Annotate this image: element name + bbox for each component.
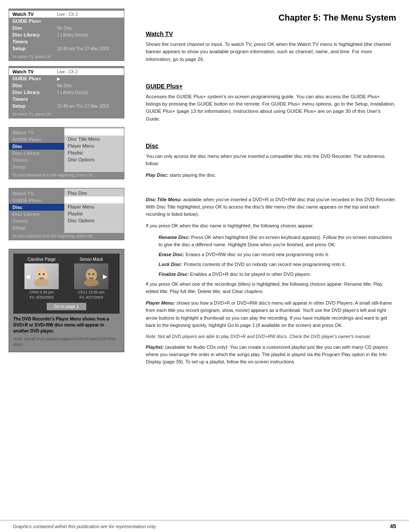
- player-thumb-2: Simon Mack: [74, 257, 108, 299]
- disc-title-label: Disc Title Menu:: [146, 197, 182, 202]
- guide-plus-text: Accesses the GUIDE Plus+ system's on-scr…: [146, 93, 396, 123]
- player-note-text: Note: Not all DVD players are able to pl…: [146, 333, 396, 340]
- finalize-label: Finalize Disc:: [159, 272, 189, 277]
- guide-arrow: ▶: [57, 76, 60, 81]
- menu-value: No Disc: [57, 83, 72, 88]
- lock-para: Lock Disc: Protects contents of the DVD …: [146, 261, 396, 268]
- menu-row-setup-2: Setup 10:49 am Thu 17-Mar 2003: [9, 103, 124, 109]
- right-nav-icon: ▶: [103, 273, 108, 280]
- page-footer: Graphics contained within this publicati…: [0, 520, 409, 532]
- menu-label: GUIDE Plus+: [12, 18, 55, 24]
- svg-point-1: [34, 278, 49, 286]
- person1-name: Caroline Paige: [27, 257, 56, 262]
- menu-row-disclibrary-2: Disc Library 1 Library Disc(s): [9, 89, 124, 96]
- left-arrow-icon: ◀: [68, 130, 71, 134]
- menu-row-guideplus-2: GUIDE Plus+ ▶: [9, 75, 124, 82]
- menu-label: Disc Library: [12, 90, 55, 95]
- menu-label: Disc: [12, 25, 55, 30]
- playlist-para: Playlist: (available for Audio CDs only)…: [146, 344, 396, 366]
- player-note: Note: not all DVD players support DVD+R …: [13, 336, 120, 348]
- player-thumb-1: Caroline Paige: [24, 257, 59, 299]
- menu-row-guideplus-1: GUIDE Plus+: [9, 18, 124, 24]
- erase-label: Erase Disc:: [159, 252, 184, 257]
- menu-label: Disc: [12, 83, 55, 88]
- person1-date: Fri, 6/20/2003: [30, 295, 54, 299]
- watch-tv-text: Shows the current channel or input. To w…: [146, 41, 396, 63]
- menu-value: 10:49 am Thu 17-Mar 2003: [57, 46, 109, 51]
- lock-label: Lock Disc:: [159, 262, 183, 267]
- disc-playdisc-para: Play Disc: starts playing the disc.: [146, 172, 396, 179]
- ms3-setup: Setup: [9, 163, 64, 170]
- rename-text: Press OK when highlighted (the on-screen…: [159, 235, 392, 247]
- right-column: Chapter 5: The Menu System Watch TV Show…: [141, 9, 396, 511]
- menu-row-disclibrary-1: Disc Library 1 Library Disc(s): [9, 31, 124, 38]
- left-arrow-icon2: ◀: [68, 198, 71, 202]
- ms3-watchtv: Watch TV: [9, 129, 64, 136]
- menu-value: Live - Ch 2: [57, 12, 78, 17]
- menu-row-watchtv-2: Watch TV Live - Ch 2: [9, 68, 124, 75]
- menu-label: Timers: [12, 39, 55, 44]
- recordings-note: If you press OK when one of the recordin…: [146, 281, 396, 295]
- menu-row-disc-2: Disc No Disc: [9, 82, 124, 89]
- finalize-para: Finalize Disc: Enables a DVD+R disc to b…: [146, 271, 396, 278]
- player-menu-inner: Caroline Paige: [13, 254, 120, 314]
- menu-note-2: To watch TV, press OK.: [9, 111, 124, 118]
- ms4-playermenu: Player Menu: [64, 203, 124, 210]
- disc-heading: Disc: [146, 142, 396, 149]
- menu-row-watchtv-1: Watch TV Live - Ch 2: [9, 11, 124, 18]
- menu-label: Timers: [12, 97, 55, 102]
- svg-point-5: [84, 279, 99, 286]
- finalize-text: Enables a DVD+R disc to be played in oth…: [190, 272, 311, 277]
- erase-text: Erases a DVD+RW disc so you can record n…: [186, 252, 329, 257]
- ms4-disctitlemenu: ◀ Disc Title Menu ▶: [64, 196, 124, 203]
- ms3-disc: Disc: [9, 143, 64, 150]
- menu-label: Setup: [12, 103, 55, 109]
- ms4-disclibrary: Disc Library: [9, 211, 64, 218]
- menu-note-1: To watch TV, press OK.: [9, 54, 124, 60]
- ms3-discoptions: Disc Options: [64, 156, 124, 163]
- ms3-playdisc: ◀ Play Disc ▶: [64, 129, 124, 136]
- goto-button: Go to page 1: [47, 303, 86, 310]
- menu-screenshot-2: Watch TV Live - Ch 2 GUIDE Plus+ ▶ Disc …: [9, 66, 124, 118]
- player-caption: The DVD Recorder's Player Menu shows how…: [13, 316, 120, 334]
- disc-titlemenu-para: Disc Title Menu: available when you've i…: [146, 196, 396, 218]
- menu-row-setup-1: Setup 10:49 am Thu 17-Mar 2003: [9, 45, 124, 52]
- ms4-setup: Setup: [9, 224, 64, 231]
- ms4-playlist: Playlist: [64, 210, 124, 217]
- player-menu-box: Caroline Paige: [9, 249, 124, 352]
- menu-value: 1 Library Disc(s): [57, 90, 88, 95]
- ms4-timers: Timers: [9, 218, 64, 224]
- person1-ch: Ch59 3:34 pm: [30, 290, 54, 294]
- ms3-disctitlemenu: Disc Title Menu: [64, 136, 124, 142]
- disc-ok-para: If you press OK when the disc name is hi…: [146, 222, 396, 230]
- left-nav-icon: ◀: [25, 273, 30, 280]
- ms4-guideplus: GUIDE Plus+: [9, 197, 64, 204]
- disc-intro: You can only access the disc menu when y…: [146, 153, 396, 167]
- person2-date: Fri, 6/27/2003: [79, 295, 103, 299]
- rename-para: Rename Disc: Press OK when highlighted (…: [146, 234, 396, 248]
- chapter-title: Chapter 5: The Menu System: [146, 9, 396, 23]
- play-disc-label: Play Disc:: [146, 172, 168, 178]
- left-column: Watch TV Live - Ch 2 GUIDE Plus+ Disc No…: [9, 9, 133, 511]
- menu-row-timers-1: Timers: [9, 38, 124, 45]
- menu-screenshot-3: Watch TV GUIDE Plus+ Disc Disc Library T…: [9, 127, 124, 179]
- right-arrow-icon: ▶: [117, 130, 120, 134]
- lock-text: Protects contents of the DVD so nobody c…: [184, 262, 346, 267]
- player-menu-para: Player Menu: shows you how a DVD+R or DV…: [146, 299, 396, 329]
- ms3-playlist: Playlist: [64, 149, 124, 156]
- svg-point-3: [43, 273, 45, 275]
- main-content: Watch TV Live - Ch 2 GUIDE Plus+ Disc No…: [0, 0, 409, 520]
- guide-plus-heading: GUIDE Plus+: [146, 83, 396, 90]
- person2-name: Simon Mack: [79, 257, 103, 262]
- person2-ch: Ch11 12:00 am: [78, 290, 105, 294]
- ms4-watchtv: Watch TV: [9, 190, 64, 197]
- menu-label: Watch TV: [12, 69, 55, 74]
- menu-label: GUIDE Plus+: [12, 76, 55, 81]
- disc-title-text: available when you've inserted a DVD+R o…: [146, 197, 396, 217]
- ms3-guideplus: GUIDE Plus+: [9, 136, 64, 143]
- menu-screenshot-4: Watch TV GUIDE Plus+ Disc Disc Library T…: [9, 188, 124, 240]
- menu-row-timers-2: Timers: [9, 96, 124, 103]
- ms3-playermenu: Player Menu: [64, 142, 124, 149]
- player-menu-label: Player Menu:: [146, 300, 175, 305]
- menu-row-disc-1: Disc No Disc: [9, 24, 124, 31]
